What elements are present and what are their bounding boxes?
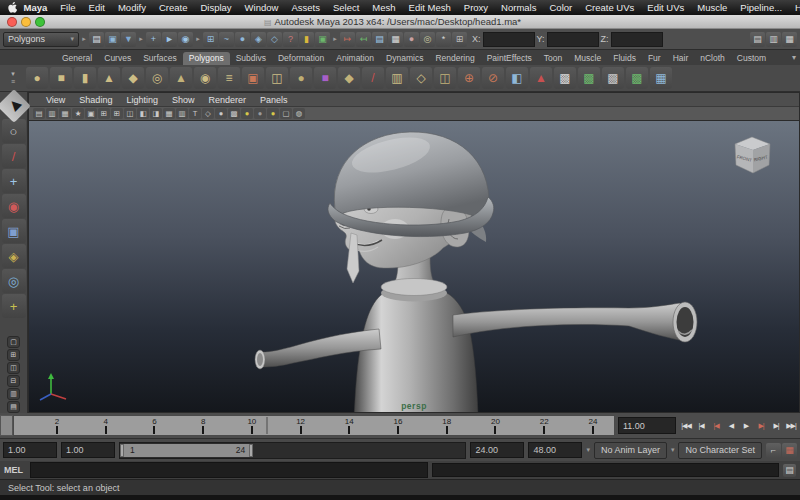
animation-preferences-icon[interactable]: ▦: [782, 443, 797, 458]
frame-tick-6[interactable]: 6: [147, 417, 161, 435]
shelf-tab-surfaces[interactable]: Surfaces: [137, 52, 183, 65]
panel-menu-renderer[interactable]: Renderer: [201, 95, 253, 105]
shelf-tab-fur[interactable]: Fur: [642, 52, 667, 65]
textured-mode-icon[interactable]: ▩: [228, 108, 240, 119]
poly-cube-icon[interactable]: ■: [50, 67, 72, 89]
channel-box-toggle-icon[interactable]: ▦: [782, 32, 797, 47]
snap-point-icon[interactable]: ●: [235, 32, 250, 47]
camera-attributes-icon[interactable]: ▦: [59, 108, 71, 119]
tool-settings-toggle-icon[interactable]: ▥: [766, 32, 781, 47]
panel-menu-view[interactable]: View: [39, 95, 72, 105]
auto-keyframe-toggle-icon[interactable]: ⌐: [766, 443, 781, 458]
save-scene-icon[interactable]: ▼: [121, 32, 136, 47]
menu-muscle[interactable]: Muscle: [691, 2, 734, 13]
anim-layer-dropdown[interactable]: No Anim Layer: [594, 442, 667, 459]
shelf-tab-polygons[interactable]: Polygons: [183, 52, 230, 65]
zoom-window-button[interactable]: [35, 17, 45, 27]
render-current-frame-icon[interactable]: ●: [404, 32, 419, 47]
safe-action-icon[interactable]: ▥: [176, 108, 188, 119]
mel-command-input[interactable]: [30, 462, 428, 478]
range-end-handle[interactable]: [249, 444, 253, 457]
range-slider-track[interactable]: 1 24: [119, 442, 466, 459]
menu-edit-uvs[interactable]: Edit UVs: [641, 2, 691, 13]
shelf-tab-dynamics[interactable]: Dynamics: [380, 52, 429, 65]
layout-persp-outliner-button[interactable]: ◫: [7, 362, 20, 374]
current-frame-input[interactable]: [618, 417, 676, 434]
collapse-selection-group-icon[interactable]: ▸: [137, 32, 145, 47]
shelf-tab-fluids[interactable]: Fluids: [607, 52, 642, 65]
layout-outliner-button[interactable]: ▥: [7, 388, 20, 400]
highlight-selection-icon[interactable]: ▣: [315, 32, 330, 47]
soft-modification-tool[interactable]: ◎: [2, 269, 26, 293]
menu-create-uvs[interactable]: Create UVs: [579, 2, 641, 13]
step-forward-key-button[interactable]: ▶|: [754, 417, 768, 434]
select-hierarchy-icon[interactable]: +: [146, 32, 161, 47]
anim-layer-chevron-icon[interactable]: ▾: [586, 446, 590, 454]
snap-curve-icon[interactable]: ~: [219, 32, 234, 47]
paint-selection-tool[interactable]: /: [2, 144, 26, 168]
frame-tick-20[interactable]: 20: [488, 417, 502, 435]
model-helmet[interactable]: [328, 131, 494, 242]
shelf-tab-custom[interactable]: Custom: [731, 52, 772, 65]
x-input[interactable]: [483, 32, 535, 47]
mel-label[interactable]: MEL: [4, 465, 26, 475]
frame-tick-24[interactable]: 24: [586, 417, 600, 435]
select-component-icon[interactable]: ◉: [178, 32, 193, 47]
shelf-tab-muscle[interactable]: Muscle: [568, 52, 607, 65]
poly-helix-icon[interactable]: ≡: [218, 67, 240, 89]
apple-menu-icon[interactable]: [8, 2, 17, 13]
script-editor-icon[interactable]: ▤: [783, 464, 796, 477]
field-chart-icon[interactable]: ▦: [163, 108, 175, 119]
poly-pipe-icon[interactable]: ◉: [194, 67, 216, 89]
subdiv-proxy-icon[interactable]: ▩: [554, 67, 576, 89]
minimize-window-button[interactable]: [21, 17, 31, 27]
shelf-tab-rendering[interactable]: Rendering: [429, 52, 480, 65]
split-polygon-icon[interactable]: /: [362, 67, 384, 89]
shelf-tab-general[interactable]: General: [56, 52, 98, 65]
render-view-icon[interactable]: ▦: [388, 32, 403, 47]
rotate-tool[interactable]: ◉: [2, 194, 26, 218]
animation-end-input[interactable]: [528, 442, 582, 458]
mirror-geometry-icon[interactable]: ◧: [506, 67, 528, 89]
y-input[interactable]: [547, 32, 599, 47]
scale-tool[interactable]: ▣: [2, 219, 26, 243]
menu-mesh[interactable]: Mesh: [366, 2, 402, 13]
output-connections-icon[interactable]: ↤: [356, 32, 371, 47]
shelf-tab-toggle-icon[interactable]: ▾: [11, 70, 15, 78]
shelf-tab-animation[interactable]: Animation: [330, 52, 380, 65]
frame-tick-4[interactable]: 4: [99, 417, 113, 435]
menu-set-dropdown[interactable]: Polygons▾: [3, 32, 79, 47]
bookmarks-icon[interactable]: ★: [72, 108, 84, 119]
frame-tick-8[interactable]: 8: [196, 417, 210, 435]
menu-create[interactable]: Create: [152, 2, 194, 13]
bridge-icon[interactable]: ◫: [434, 67, 456, 89]
step-back-key-button[interactable]: |◀: [709, 417, 723, 434]
attribute-editor-toggle-icon[interactable]: ▤: [750, 32, 765, 47]
menu-display[interactable]: Display: [194, 2, 238, 13]
boolean-union-icon[interactable]: ⊕: [458, 67, 480, 89]
step-back-frame-button[interactable]: |◀: [694, 417, 708, 434]
menu-color[interactable]: Color: [543, 2, 579, 13]
render-settings-icon[interactable]: *: [436, 32, 451, 47]
film-gate-icon[interactable]: ◫: [124, 108, 136, 119]
close-window-button[interactable]: [7, 17, 17, 27]
panel-menu-shading[interactable]: Shading: [72, 95, 119, 105]
model-right-arm[interactable]: [453, 302, 697, 342]
snap-grid-icon[interactable]: ⊞: [203, 32, 218, 47]
wireframe-icon[interactable]: ◇: [202, 108, 214, 119]
new-scene-icon[interactable]: ▤: [89, 32, 104, 47]
lock-camera-icon[interactable]: ▥: [46, 108, 58, 119]
menu-normals[interactable]: Normals: [495, 2, 543, 13]
character-set-chevron-icon[interactable]: ▾: [671, 446, 675, 454]
poly-cone-icon[interactable]: ▲: [98, 67, 120, 89]
frame-tick-14[interactable]: 14: [342, 417, 356, 435]
coord-mode-icon[interactable]: ⊞: [452, 32, 467, 47]
menu-assets[interactable]: Assets: [285, 2, 327, 13]
menu-modify[interactable]: Modify: [111, 2, 152, 13]
playback-end-input[interactable]: [470, 442, 524, 458]
combine-icon[interactable]: ▣: [242, 67, 264, 89]
smooth-icon[interactable]: ●: [290, 67, 312, 89]
frame-tick-12[interactable]: 12: [294, 417, 308, 435]
animation-start-input[interactable]: [3, 442, 57, 458]
go-to-range-end-button[interactable]: ▶▶|: [784, 417, 798, 434]
